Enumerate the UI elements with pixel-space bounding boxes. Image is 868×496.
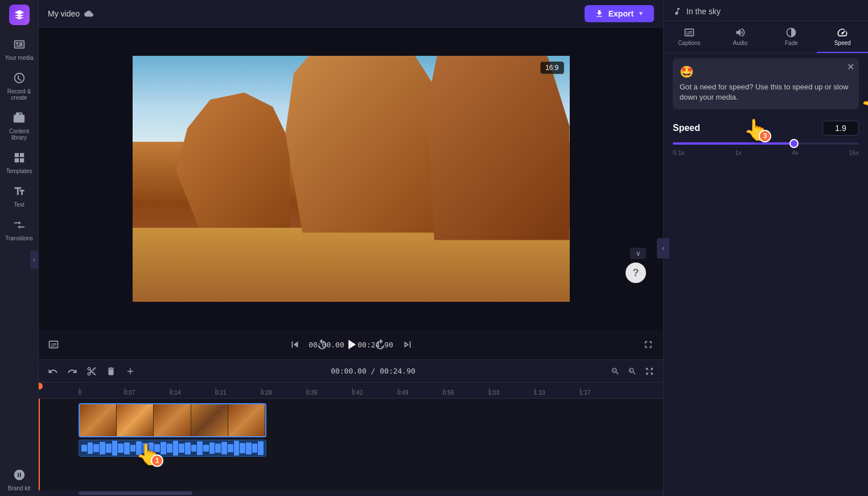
ruler-mark: 0:35 <box>306 390 352 396</box>
speed-value-box[interactable]: 1.9 <box>822 121 859 136</box>
ruler-mark: 1:17 <box>579 390 625 396</box>
export-icon <box>595 9 604 18</box>
ruler-mark: 0:14 <box>170 390 215 396</box>
audio-track-row <box>79 440 663 474</box>
zoom-in-btn[interactable] <box>626 364 639 378</box>
sidebar-item-record-create[interactable]: Record & create <box>0 65 38 105</box>
timeline-time-display: 00:00.00 / 00:24.90 <box>142 367 604 375</box>
sidebar-item-transitions[interactable]: Transitions <box>0 212 38 246</box>
sidebar-item-content-library[interactable]: Content library <box>0 105 38 145</box>
audio-track[interactable] <box>79 440 266 457</box>
delete-btn[interactable] <box>104 364 118 379</box>
skip-start-btn[interactable] <box>286 336 303 353</box>
captions-icon <box>48 339 59 350</box>
redo-btn[interactable] <box>65 364 80 379</box>
sidebar-item-your-media[interactable]: Your media <box>0 32 38 65</box>
sidebar-item-label: Record & create <box>2 88 36 101</box>
sidebar-collapse-btn[interactable]: › <box>30 251 38 269</box>
video-track-row <box>79 403 663 437</box>
speed-slider-fill <box>673 142 794 145</box>
ruler-mark: 1:03 <box>488 390 534 396</box>
scroll-thumb[interactable] <box>79 491 192 495</box>
tooltip-text: Got a need for speed? Use this to speed … <box>680 82 852 103</box>
music-icon <box>673 7 682 16</box>
speed-marker-0: 0.1x <box>673 149 685 156</box>
speed-label: Speed <box>673 123 700 133</box>
speed-tab-icon <box>837 27 848 38</box>
panel-collapse-arrow[interactable]: ‹ <box>657 238 669 259</box>
tab-fade[interactable]: Fade <box>766 21 817 53</box>
sidebar-item-brand-kit[interactable]: Brand kit <box>0 462 38 496</box>
delete-icon <box>106 366 116 376</box>
speed-slider-container: 0.1x 1x 4x 16x <box>664 140 868 165</box>
aspect-ratio-badge: 16:9 <box>540 62 563 74</box>
time-display: 00:00.00 / 00:24.90 <box>308 341 393 349</box>
sidebar-item-label: Templates <box>6 168 32 174</box>
add-media-icon <box>125 366 135 376</box>
zoom-out-btn[interactable] <box>608 364 622 378</box>
timeline-area: 00:00.00 / 00:24.90 0 0:07 0:14 0:21 <box>39 359 663 496</box>
right-panel: ‹ In the sky Captions Audio Fade Speed ✕… <box>663 0 868 496</box>
speed-slider-track[interactable] <box>673 142 859 145</box>
fullscreen-btn[interactable] <box>640 337 656 352</box>
app-logo <box>9 5 30 25</box>
sidebar-item-label: Your media <box>5 55 33 61</box>
text-icon <box>11 183 27 199</box>
tab-audio[interactable]: Audio <box>715 21 766 53</box>
undo-icon <box>48 366 58 376</box>
project-title: My video <box>48 9 80 18</box>
canvas-area: 16:9 ? ∨ <box>39 27 663 330</box>
timeline-tracks: 👆 1 <box>39 399 663 490</box>
speed-slider-thumb[interactable] <box>789 139 799 148</box>
templates-icon <box>11 150 27 166</box>
ruler-mark: 0:07 <box>124 390 170 396</box>
sidebar-item-templates[interactable]: Templates <box>0 145 38 179</box>
record-icon <box>11 70 27 86</box>
fullscreen-ctrl <box>640 337 656 352</box>
transitions-icon <box>11 217 27 233</box>
captions-toggle-btn[interactable] <box>46 337 61 352</box>
main-area: My video Export ▼ 16:9 ? ∨ <box>39 0 663 496</box>
export-button[interactable]: Export ▼ <box>585 5 654 22</box>
tooltip-close-btn[interactable]: ✕ <box>847 63 854 72</box>
collapse-button[interactable]: ∨ <box>630 248 646 259</box>
cursor-2-hand: 👆 <box>859 88 868 113</box>
sidebar-item-label: Text <box>14 202 24 208</box>
captions-tab-icon <box>684 27 695 38</box>
tab-speed[interactable]: Speed <box>817 21 868 53</box>
undo-btn[interactable] <box>46 364 60 379</box>
zoom-controls <box>608 364 656 378</box>
speed-tab-label: Speed <box>834 40 851 46</box>
sidebar: Your media Record & create Content libra… <box>0 0 39 496</box>
fit-to-timeline-btn[interactable] <box>643 364 656 378</box>
help-button[interactable]: ? <box>626 263 646 283</box>
fade-tab-label: Fade <box>785 40 798 46</box>
ruler-marks: 0 0:07 0:14 0:21 0:28 0:35 0:42 0:49 0:5… <box>79 390 625 396</box>
fade-tab-icon <box>785 27 797 38</box>
video-track[interactable] <box>79 403 266 437</box>
captions-tab-label: Captions <box>678 40 700 46</box>
speed-tooltip: ✕ 🤩 Got a need for speed? Use this to sp… <box>673 58 859 109</box>
sidebar-item-text[interactable]: Text <box>0 179 38 212</box>
speed-marker-1: 1x <box>735 149 742 156</box>
fit-icon <box>645 367 654 376</box>
speed-markers: 0.1x 1x 4x 16x <box>673 149 859 156</box>
cursor-2-overlay: 👆 2 <box>859 88 868 113</box>
ruler-mark: 0:56 <box>443 390 488 396</box>
audio-waveform <box>81 440 264 456</box>
skip-start-icon <box>289 338 301 351</box>
cut-icon <box>87 366 97 376</box>
audio-tab-label: Audio <box>733 40 748 46</box>
cut-btn[interactable] <box>84 364 99 379</box>
tooltip-emoji: 🤩 <box>680 65 852 79</box>
skip-end-btn[interactable] <box>399 336 416 353</box>
timeline-toolbar: 00:00.00 / 00:24.90 <box>39 360 663 383</box>
timeline-ruler: 0 0:07 0:14 0:21 0:28 0:35 0:42 0:49 0:5… <box>39 383 663 399</box>
topbar: My video Export ▼ <box>39 0 663 27</box>
track-playhead <box>39 399 40 490</box>
tab-captions[interactable]: Captions <box>664 21 715 53</box>
cloud-icon <box>84 9 93 18</box>
song-title-bar: In the sky <box>664 0 868 21</box>
timeline-scroll[interactable] <box>39 490 663 496</box>
add-media-btn[interactable] <box>123 364 138 379</box>
